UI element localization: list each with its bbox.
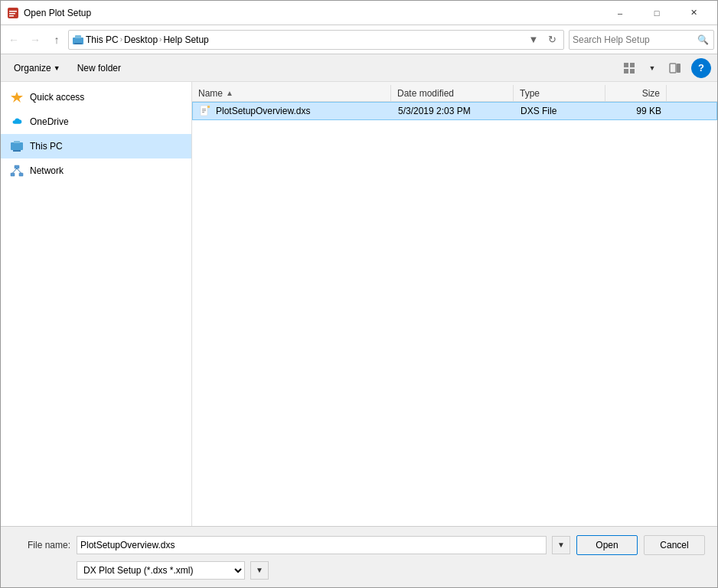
svg-rect-11 [670, 64, 676, 73]
sidebar-label-network: Network [30, 165, 64, 176]
svg-rect-3 [9, 15, 14, 17]
new-folder-button[interactable]: New folder [70, 58, 128, 78]
title-bar: Open Plot Setup – □ ✕ [1, 1, 717, 25]
quick-access-icon [10, 90, 24, 104]
svg-rect-24 [207, 106, 210, 108]
maximize-button[interactable]: □ [639, 5, 674, 21]
dialog-title: Open Plot Setup [24, 8, 602, 18]
filetype-row: DX Plot Setup (*.dxs *.xml) ▼ [13, 561, 705, 580]
file-size-cell: 99 KB [606, 106, 667, 116]
up-button[interactable]: ↑ [47, 30, 67, 50]
sort-arrow-name: ▲ [226, 89, 233, 97]
main-area: Quick access OneDrive Th [1, 82, 717, 526]
svg-rect-26 [202, 110, 206, 111]
filename-dropdown-button[interactable]: ▼ [552, 536, 570, 554]
breadcrumb-current: Help Setup [163, 34, 208, 45]
nav-bar: ← → ↑ This PC › Desktop › Help Setup ▼ ↻… [1, 25, 717, 54]
file-name-cell: PlotSetupOverview.dxs [193, 105, 392, 117]
toolbar: Organize ▼ New folder ▼ ? [1, 54, 717, 82]
search-box: 🔍 [569, 30, 714, 50]
close-button[interactable]: ✕ [676, 5, 711, 21]
svg-line-21 [17, 168, 21, 173]
sidebar-item-quick-access[interactable]: Quick access [1, 85, 191, 109]
refresh-button[interactable]: ↻ [543, 31, 560, 48]
preview-icon [669, 62, 681, 74]
svg-rect-8 [630, 63, 635, 67]
sidebar-label-onedrive: OneDrive [30, 116, 69, 127]
filename-row: File name: ▼ Open Cancel [13, 535, 705, 555]
breadcrumb-thispc[interactable]: This PC [86, 34, 119, 45]
column-header-size[interactable]: Size [605, 85, 667, 101]
filetype-select[interactable]: DX Plot Setup (*.dxs *.xml) [77, 561, 245, 580]
dropdown-arrow-button[interactable]: ▼ [525, 31, 542, 48]
forward-button[interactable]: → [25, 30, 45, 50]
sidebar-item-this-pc[interactable]: This PC [1, 134, 191, 158]
file-date-cell: 5/3/2019 2:03 PM [392, 106, 514, 116]
minimize-button[interactable]: – [602, 5, 638, 21]
address-bar: This PC › Desktop › Help Setup ▼ ↻ [68, 30, 564, 50]
search-button[interactable]: 🔍 [695, 32, 710, 47]
sidebar-item-network[interactable]: Network [1, 158, 191, 183]
open-plot-setup-dialog: Open Plot Setup – □ ✕ ← → ↑ This PC › De… [0, 0, 718, 588]
help-button[interactable]: ? [691, 58, 711, 78]
filename-input[interactable] [77, 536, 547, 554]
svg-line-20 [13, 168, 18, 173]
column-header-type[interactable]: Type [514, 85, 605, 101]
open-button[interactable]: Open [576, 535, 638, 555]
organize-dropdown-icon: ▼ [54, 64, 60, 72]
column-header-date[interactable]: Date modified [391, 85, 514, 101]
view-dropdown-button[interactable]: ▼ [642, 58, 662, 78]
sidebar: Quick access OneDrive Th [1, 82, 192, 526]
svg-rect-10 [630, 69, 635, 74]
sidebar-label-this-pc: This PC [30, 141, 63, 152]
svg-rect-25 [202, 109, 206, 109]
new-folder-label: New folder [77, 63, 121, 74]
file-area: Name ▲ Date modified Type Size [192, 82, 717, 526]
filename-label: File name: [13, 540, 70, 550]
svg-rect-15 [14, 141, 20, 143]
svg-rect-27 [202, 112, 204, 113]
bottom-bar: File name: ▼ Open Cancel DX Plot Setup (… [1, 526, 717, 587]
window-controls: – □ ✕ [602, 5, 711, 21]
sidebar-item-onedrive[interactable]: OneDrive [1, 109, 191, 134]
organize-label: Organize [14, 63, 51, 74]
svg-rect-9 [624, 69, 628, 74]
network-icon [10, 164, 24, 178]
sidebar-label-quick-access: Quick access [30, 92, 84, 103]
svg-rect-6 [74, 43, 82, 44]
svg-rect-14 [11, 142, 23, 150]
cancel-button[interactable]: Cancel [644, 535, 705, 555]
view-icon [623, 62, 635, 74]
svg-rect-2 [9, 13, 15, 15]
dxs-file-icon [199, 105, 211, 117]
onedrive-icon [10, 115, 24, 129]
svg-rect-5 [75, 35, 81, 38]
table-row[interactable]: PlotSetupOverview.dxs 5/3/2019 2:03 PM D… [192, 102, 717, 120]
svg-rect-17 [15, 165, 19, 168]
svg-rect-18 [11, 173, 15, 176]
organize-button[interactable]: Organize ▼ [7, 58, 67, 78]
action-buttons: Open Cancel [576, 535, 705, 555]
svg-marker-13 [11, 92, 23, 103]
filetype-dropdown-button[interactable]: ▼ [250, 561, 269, 580]
breadcrumb: This PC › Desktop › Help Setup [72, 34, 524, 45]
search-input[interactable] [573, 34, 695, 45]
svg-rect-7 [624, 63, 628, 67]
svg-rect-1 [9, 11, 17, 12]
svg-rect-12 [677, 64, 680, 73]
view-button[interactable] [619, 58, 639, 78]
file-header: Name ▲ Date modified Type Size [192, 82, 717, 102]
preview-button[interactable] [665, 58, 685, 78]
app-icon [7, 7, 19, 19]
view-dropdown-icon: ▼ [649, 64, 656, 72]
thispc-icon [10, 139, 24, 153]
back-button[interactable]: ← [4, 30, 24, 50]
svg-rect-19 [19, 173, 23, 176]
thispc-small-icon [72, 34, 84, 45]
file-type-cell: DXS File [514, 106, 606, 116]
file-list: PlotSetupOverview.dxs 5/3/2019 2:03 PM D… [192, 102, 717, 526]
breadcrumb-desktop[interactable]: Desktop [124, 34, 158, 45]
column-header-name[interactable]: Name ▲ [192, 85, 391, 101]
svg-rect-16 [13, 150, 21, 152]
